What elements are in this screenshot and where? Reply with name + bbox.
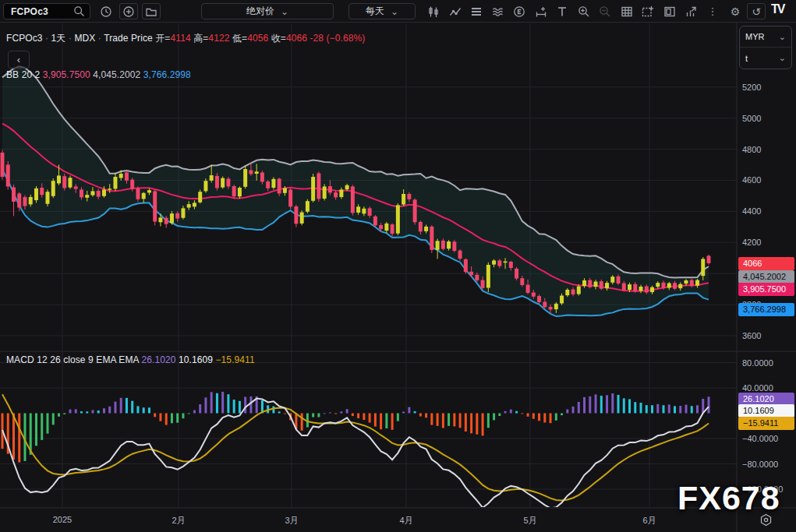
zoom-out-icon[interactable]	[595, 3, 615, 19]
macd-axis-tick: −80.0000	[742, 459, 778, 470]
layouts-icon[interactable]	[660, 3, 680, 19]
trading-app: FCPOc3 绝对价 ⌄ 每天 ⌄ ⋮ ⚙ ↺ TV FCPOc3 · 1天 ·…	[0, 0, 796, 532]
gear-icon[interactable]: ⚙	[726, 3, 745, 19]
price-axis-tick: 3600	[742, 330, 761, 341]
axis-value-label: 3,766.2998	[738, 303, 794, 316]
chevron-down-icon: ⌄	[779, 53, 786, 63]
price-axis-tick: 4800	[742, 144, 761, 155]
legend-segment: 开=	[153, 33, 171, 44]
legend-segment: -28 (−0.68%)	[307, 33, 365, 44]
fundamentals-e-icon[interactable]	[509, 3, 529, 19]
chevron-down-icon: ⌄	[391, 6, 398, 17]
currency-dropdown[interactable]: MYR ⌄	[740, 26, 791, 48]
price-axis-tick: 5200	[742, 82, 761, 93]
toolbar-tools: ⋮	[423, 3, 723, 19]
snapshot-icon[interactable]	[638, 3, 658, 19]
legend-segment: 4066	[286, 33, 307, 44]
legend-segment: 3,905.7500	[40, 69, 90, 80]
price-mode-value: 绝对价	[246, 5, 274, 18]
symbol-legend[interactable]: FCPOc3 · 1天 · MDX · Trade Price 开=4114 高…	[6, 32, 365, 45]
publish-chart-icon[interactable]	[681, 3, 701, 19]
axis-value-label: 4066	[738, 257, 794, 270]
axis-value-label: 3,905.7500	[738, 283, 794, 296]
chevron-down-icon: ⌄	[779, 32, 786, 42]
legend-segment: 26.1020	[139, 354, 176, 365]
interval-value: 每天	[366, 5, 384, 18]
legend-segment: 4114	[170, 33, 190, 44]
legend-segment: 4122	[208, 33, 229, 44]
tradingview-logo[interactable]: TV	[771, 2, 784, 16]
indicators-icon[interactable]	[445, 3, 465, 19]
unit-dropdown[interactable]: t ⌄	[740, 48, 791, 69]
axis-value-label: −15.9411	[738, 417, 794, 430]
collapse-legend-button[interactable]: ‹	[8, 51, 30, 69]
legend-segment: 低=	[229, 33, 247, 44]
time-axis-label: 2025	[39, 515, 86, 524]
symbol-search-box[interactable]: FCPOc3	[3, 3, 90, 19]
legend-segment: ·	[43, 33, 51, 44]
time-axis-label: 2月	[155, 515, 202, 527]
time-axis-label: 4月	[383, 515, 430, 527]
legend-segment: MACD 12 26 close 9 EMA EMA	[6, 354, 139, 365]
interval-dropdown[interactable]: 每天 ⌄	[348, 3, 416, 19]
axis-value-label: 10.1609	[738, 404, 794, 417]
compare-waves-icon[interactable]	[488, 3, 508, 19]
legend-segment: 收=	[268, 33, 286, 44]
legend-segment: MDX	[74, 33, 95, 44]
price-axis-tick: 4600	[742, 174, 761, 185]
bb-indicator-legend[interactable]: BB 20 2 3,905.7500 4,045.2002 3,766.2998	[6, 69, 191, 80]
text-tool-icon[interactable]	[552, 3, 572, 19]
undo-icon[interactable]: ↺	[747, 3, 766, 19]
chevron-down-icon: ⌄	[281, 6, 288, 17]
macd-axis-tick: 40.0000	[742, 382, 773, 393]
add-circle-icon[interactable]	[119, 3, 138, 19]
time-axis-label: 5月	[507, 515, 554, 527]
candles-icon[interactable]	[423, 3, 444, 19]
symbol-input[interactable]: FCPOc3	[11, 6, 73, 17]
measure-icon[interactable]	[531, 3, 551, 19]
layers-icon[interactable]	[466, 3, 486, 19]
price-axis-tick: 5000	[742, 113, 761, 124]
legend-segment: 高=	[191, 33, 209, 44]
zoom-in-icon[interactable]	[574, 3, 594, 19]
macd-axis-tick: 80.0000	[742, 358, 773, 368]
top-toolbar: FCPOc3 绝对价 ⌄ 每天 ⌄ ⋮ ⚙ ↺ TV	[0, 0, 796, 23]
legend-segment: −15.9411	[213, 354, 255, 365]
time-axis-label: 3月	[268, 515, 315, 527]
legend-segment: ·	[65, 33, 74, 44]
currency-value: MYR	[745, 32, 764, 41]
price-axis-tick: 4200	[742, 237, 761, 248]
fx678-watermark: FX678	[677, 479, 780, 517]
price-axis-tick: 4400	[742, 206, 761, 217]
legend-segment: 4,045.2002	[90, 69, 141, 80]
search-icon	[73, 5, 85, 17]
legend-segment: ·	[95, 33, 104, 44]
price-mode-dropdown[interactable]: 绝对价 ⌄	[201, 3, 334, 19]
unit-value: t	[745, 54, 748, 63]
price-axis-settings: MYR ⌄ t ⌄	[739, 26, 792, 69]
axis-value-label: 4,045.2002	[738, 270, 794, 284]
legend-segment: 10.1609	[176, 354, 214, 365]
legend-segment: 4056	[247, 33, 268, 44]
grid-layout-icon[interactable]	[617, 3, 637, 19]
legend-segment: Trade Price	[104, 33, 153, 44]
history-clock-icon[interactable]	[97, 3, 115, 19]
legend-segment: FCPOc3	[6, 33, 43, 44]
legend-segment: 1天	[51, 33, 66, 44]
macd-axis-tick: −40.0000	[742, 433, 778, 444]
macd-indicator-legend[interactable]: MACD 12 26 close 9 EMA EMA 26.1020 10.16…	[6, 354, 255, 365]
more-kebab-icon[interactable]: ⋮	[702, 3, 723, 19]
folder-icon[interactable]	[142, 3, 161, 19]
legend-segment: BB 20 2	[6, 69, 40, 80]
time-axis-label: 6月	[626, 515, 673, 527]
legend-segment: 3,766.2998	[140, 69, 191, 80]
